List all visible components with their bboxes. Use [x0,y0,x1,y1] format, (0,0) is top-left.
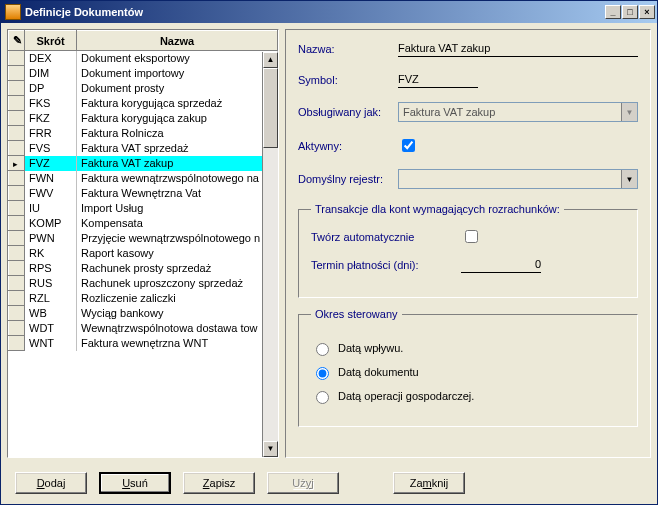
zamknij-button[interactable]: Zamknij [393,472,465,494]
table-row[interactable]: FKSFaktura korygująca sprzedaż [9,96,278,111]
row-header[interactable] [9,156,25,171]
cell-short[interactable]: PWN [25,231,77,246]
cell-name[interactable]: Faktura VAT zakup [77,156,278,171]
cell-short[interactable]: DEX [25,51,77,66]
cell-name[interactable]: Kompensata [77,216,278,231]
cell-name[interactable]: Faktura wewnątrzwspólnotowego na [77,171,278,186]
rejestr-value[interactable] [399,170,621,188]
nazwa-field[interactable] [398,40,638,57]
table-row[interactable]: RUSRachunek uproszczony sprzedaż [9,276,278,291]
okres-label-dokumentu[interactable]: Datą dokumentu [338,366,419,378]
cell-short[interactable]: RPS [25,261,77,276]
cell-name[interactable]: Rachunek prosty sprzedaż [77,261,278,276]
cell-short[interactable]: RUS [25,276,77,291]
usun-button[interactable]: Usuń [99,472,171,494]
row-header[interactable] [9,111,25,126]
table-row[interactable]: RPSRachunek prosty sprzedaż [9,261,278,276]
table-row[interactable]: FWVFaktura Wewnętrzna Vat [9,186,278,201]
cell-short[interactable]: DIM [25,66,77,81]
table-row[interactable]: WDTWewnątrzwspólnotowa dostawa tow [9,321,278,336]
okres-radio-dokumentu[interactable] [316,367,329,380]
cell-short[interactable]: FVS [25,141,77,156]
cell-short[interactable]: FWN [25,171,77,186]
maximize-button[interactable]: □ [622,5,638,19]
table-row[interactable]: WBWyciąg bankowy [9,306,278,321]
cell-short[interactable]: FVZ [25,156,77,171]
cell-short[interactable]: FKZ [25,111,77,126]
titlebar[interactable]: Definicje Dokumentów _ □ × [1,1,657,23]
symbol-field[interactable] [398,71,478,88]
rejestr-combo[interactable]: ▼ [398,169,638,189]
cell-short[interactable]: WNT [25,336,77,351]
row-header[interactable] [9,261,25,276]
row-header[interactable] [9,66,25,81]
table-row[interactable]: DEXDokument eksportowy [9,51,278,66]
aktywny-checkbox[interactable] [402,139,415,152]
dodaj-button[interactable]: Dodaj [15,472,87,494]
okres-radio-operacji[interactable] [316,391,329,404]
table-row[interactable]: RZLRozliczenie zaliczki [9,291,278,306]
table-row[interactable]: FKZFaktura korygująca zakup [9,111,278,126]
table-row[interactable]: IUImport Usług [9,201,278,216]
table-row[interactable]: FWNFaktura wewnątrzwspólnotowego na [9,171,278,186]
cell-name[interactable]: Przyjęcie wewnątrzwspólnotowego n [77,231,278,246]
table-row[interactable]: FVSFaktura VAT sprzedaż [9,141,278,156]
okres-label-wplywu[interactable]: Datą wpływu. [338,342,403,354]
cell-name[interactable]: Rozliczenie zaliczki [77,291,278,306]
cell-name[interactable]: Raport kasowy [77,246,278,261]
scroll-up-button[interactable]: ▲ [263,52,278,68]
row-header[interactable] [9,171,25,186]
cell-name[interactable]: Faktura VAT sprzedaż [77,141,278,156]
cell-name[interactable]: Faktura korygująca zakup [77,111,278,126]
cell-name[interactable]: Faktura wewnętrzna WNT [77,336,278,351]
table-row[interactable]: PWNPrzyjęcie wewnątrzwspólnotowego n [9,231,278,246]
zapisz-button[interactable]: Zapisz [183,472,255,494]
cell-short[interactable]: FRR [25,126,77,141]
cell-short[interactable]: RK [25,246,77,261]
cell-name[interactable]: Import Usług [77,201,278,216]
cell-name[interactable]: Faktura korygująca sprzedaż [77,96,278,111]
cell-name[interactable]: Wyciąg bankowy [77,306,278,321]
cell-name[interactable]: Wewnątrzwspólnotowa dostawa tow [77,321,278,336]
grid-scrollbar[interactable]: ▲ ▼ [262,52,278,457]
row-header[interactable] [9,216,25,231]
scroll-track[interactable] [263,68,278,441]
grid-header-short[interactable]: Skrót [25,31,77,51]
okres-radio-wplywu[interactable] [316,343,329,356]
cell-short[interactable]: WDT [25,321,77,336]
row-header[interactable] [9,291,25,306]
row-header[interactable] [9,51,25,66]
cell-name[interactable]: Faktura Wewnętrzna Vat [77,186,278,201]
row-header[interactable] [9,231,25,246]
cell-short[interactable]: RZL [25,291,77,306]
row-header[interactable] [9,186,25,201]
grid-header-marker[interactable]: ✎ [9,31,25,51]
table-row[interactable]: FRRFaktura Rolnicza [9,126,278,141]
scroll-down-button[interactable]: ▼ [263,441,278,457]
row-header[interactable] [9,246,25,261]
cell-name[interactable]: Dokument eksportowy [77,51,278,66]
cell-short[interactable]: FWV [25,186,77,201]
row-header[interactable] [9,96,25,111]
cell-short[interactable]: FKS [25,96,77,111]
cell-short[interactable]: IU [25,201,77,216]
cell-short[interactable]: KOMP [25,216,77,231]
cell-short[interactable]: DP [25,81,77,96]
cell-name[interactable]: Faktura Rolnicza [77,126,278,141]
tworz-checkbox[interactable] [465,230,478,243]
row-header[interactable] [9,141,25,156]
cell-name[interactable]: Dokument prosty [77,81,278,96]
grid-header-name[interactable]: Nazwa [77,31,278,51]
table-row[interactable]: WNTFaktura wewnętrzna WNT [9,336,278,351]
minimize-button[interactable]: _ [605,5,621,19]
termin-field[interactable] [461,256,541,273]
table-row[interactable]: KOMPKompensata [9,216,278,231]
table-row[interactable]: RKRaport kasowy [9,246,278,261]
cell-name[interactable]: Dokument importowy [77,66,278,81]
row-header[interactable] [9,276,25,291]
row-header[interactable] [9,201,25,216]
row-header[interactable] [9,336,25,351]
table-row[interactable]: DPDokument prosty [9,81,278,96]
row-header[interactable] [9,321,25,336]
table-row[interactable]: FVZFaktura VAT zakup [9,156,278,171]
